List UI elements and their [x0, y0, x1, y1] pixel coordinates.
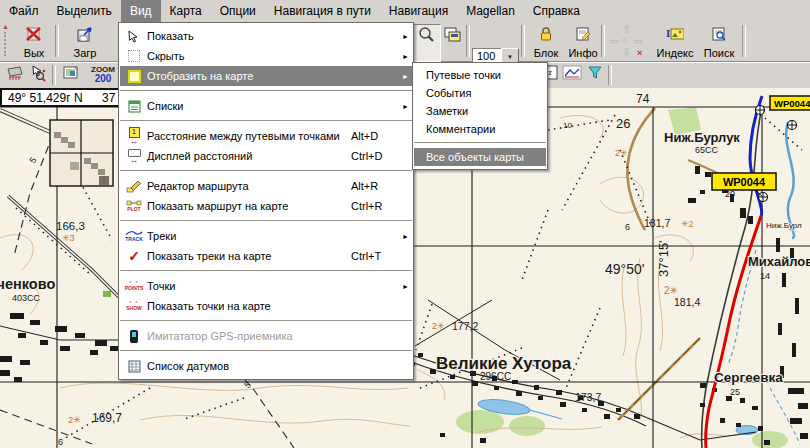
padlock-icon: [537, 25, 555, 42]
submenu-item-waypoints[interactable]: Путевые точки: [414, 66, 546, 84]
submenu-arrow-icon: ►: [397, 283, 411, 290]
pan-left-icon: ⇦: [610, 35, 619, 48]
exit-button[interactable]: Вых: [12, 24, 56, 60]
waypoint-label-wp0044[interactable]: WP0044: [723, 176, 766, 188]
menu-item-display-on-map[interactable]: Отобразить на карте ►: [120, 66, 412, 86]
zoom-scale-value: 200: [88, 74, 118, 84]
lock-label: Блок: [534, 48, 559, 59]
boundary-number-5a: 5: [27, 155, 38, 165]
menu-file[interactable]: Файл: [0, 0, 48, 22]
search-label: Поиск: [704, 48, 734, 59]
menu-route-navigation[interactable]: Навигация в пути: [265, 0, 380, 22]
zoom-scale-indicator: ZOOM 200: [88, 65, 118, 84]
load-button[interactable]: Загр: [61, 24, 109, 60]
elevation-177-2: 177,2: [452, 320, 478, 332]
menu-item-tracks[interactable]: TRACK Треки ►: [120, 226, 412, 246]
index-label: Индекс: [657, 48, 694, 59]
menu-item-hide[interactable]: Скрыть ►: [120, 46, 412, 66]
menu-options[interactable]: Опции: [211, 0, 265, 22]
boundary-number-6b: 6: [58, 437, 63, 447]
lock-button[interactable]: Блок: [526, 24, 566, 60]
menu-map[interactable]: Карта: [161, 0, 211, 22]
elevation-181-4: 181,4: [674, 296, 700, 308]
submenu-item-events[interactable]: События: [414, 84, 546, 102]
pan-close-icon[interactable]: ×: [637, 48, 642, 58]
elevation-169-7: 169,7: [92, 411, 122, 425]
grid-number-26: 26: [616, 116, 630, 131]
waypoint-label-wp0044-top[interactable]: WP0044: [774, 98, 810, 109]
magnifier-preview: [50, 120, 113, 186]
gps-device-icon: [121, 330, 147, 343]
pan-center-icon: ○: [622, 35, 627, 45]
pointer-zoom-button[interactable]: [26, 64, 52, 88]
info-button[interactable]: Инфо: [563, 24, 603, 60]
menu-item-lists[interactable]: Списки ►: [120, 96, 412, 116]
menu-item-show-points[interactable]: ° ° SHOW Показать точки на карте: [120, 296, 412, 316]
menu-select[interactable]: Выделить: [48, 0, 121, 22]
elevation-173-7: 173,7: [575, 391, 601, 403]
menu-item-show[interactable]: Показать ►: [120, 26, 412, 46]
image-button[interactable]: [57, 64, 85, 88]
submenu-arrow-icon: ►: [397, 233, 411, 240]
pan-right-icon: ⇨: [634, 35, 643, 48]
menu-item-route-editor[interactable]: Редактор маршрута Alt+R: [120, 176, 412, 196]
svg-text:I: I: [666, 27, 670, 39]
menu-item-show-route[interactable]: PLOT Показать маршрут на карте Ctrl+R: [120, 196, 412, 216]
windmill-symbol-e: 2✳: [432, 321, 445, 331]
windmill-symbol-d: ✳3: [62, 233, 75, 243]
load-label: Загр: [74, 48, 97, 59]
handle-arrow-icon: ▲: [2, 23, 9, 30]
elevation-181-7: 181,7: [644, 217, 670, 229]
windmill-symbol-b: 2✳: [615, 148, 628, 158]
index-button[interactable]: I Индекс: [650, 24, 700, 60]
menu-magellan[interactable]: Magellan: [457, 0, 524, 22]
submenu-arrow-icon: ►: [397, 103, 411, 110]
ruler-icon: [6, 65, 24, 83]
distance-display-icon: ↔: [121, 149, 147, 164]
search-page-icon: [710, 25, 728, 42]
filter-button[interactable]: [582, 64, 608, 88]
number-10: 10: [563, 121, 572, 130]
menu-view[interactable]: Вид: [121, 0, 161, 22]
menu-item-datum-list[interactable]: Список датумов: [120, 356, 412, 376]
number-25: 25: [730, 387, 740, 397]
route-editor-pencil-icon: [121, 180, 147, 193]
windmill-symbol-a: ✳2: [681, 219, 694, 229]
submenu-item-notes[interactable]: Заметки: [414, 102, 546, 120]
menu-navigation[interactable]: Навигация: [380, 0, 457, 22]
village-velikie-pop: 296СС: [480, 371, 511, 382]
submenu-arrow-icon: ►: [397, 53, 411, 60]
menu-help[interactable]: Справка: [524, 0, 589, 22]
longitude-grid-label: 37°15': [656, 240, 671, 277]
points-icon: ° ° POINTS: [121, 281, 147, 291]
pan-arrows-control: ⇧ ⇦ ⇨ ○ ⇩ ×: [606, 25, 648, 59]
track-icon: TRACK: [121, 230, 147, 242]
menu-item-show-tracks[interactable]: ✓ Показать треки на карте Ctrl+T: [120, 246, 412, 266]
menu-item-waypoint-distance[interactable]: 1 ↔ Расстояние между путевыми точками Al…: [120, 126, 412, 146]
menu-item-distance-display[interactable]: ↔ Дисплей расстояний Ctrl+D: [120, 146, 412, 166]
toolbar-drag-handle[interactable]: ▲: [3, 25, 9, 57]
info-label: Инфо: [568, 48, 597, 59]
display-on-map-submenu: Путевые точки События Заметки Комментари…: [412, 62, 548, 170]
village-ochenkovo: оченково: [0, 276, 55, 292]
maps-button[interactable]: [438, 24, 466, 60]
magnifier-button[interactable]: [411, 24, 441, 62]
submenu-item-all-map-objects[interactable]: Все объекты карты: [414, 148, 546, 166]
elevation-166-3: 166,3: [56, 220, 85, 232]
funnel-icon: [587, 65, 603, 83]
village-mikhailovka: Михайловка: [748, 254, 810, 269]
menubar: Файл Выделить Вид Карта Опции Навигация …: [0, 0, 810, 22]
datum-table-icon: [121, 360, 147, 373]
latitude-grid-label: 49°50': [605, 261, 644, 277]
village-ochenkovo-pop: 403СС: [12, 293, 41, 303]
submenu-item-comments[interactable]: Комментарии: [414, 120, 546, 138]
track-red: [706, 216, 761, 448]
menu-item-points[interactable]: ° ° POINTS Точки ►: [120, 276, 412, 296]
load-icon: [76, 25, 94, 42]
view-menu-dropdown: Показать ► Скрыть ► Отобразить на карте …: [118, 22, 414, 380]
measure-button[interactable]: [2, 64, 28, 88]
submenu-arrow-icon: ►: [397, 73, 411, 80]
pointer-magnifier-icon: [30, 65, 48, 84]
info-page-icon: [574, 25, 592, 42]
search-button[interactable]: Поиск: [698, 24, 740, 60]
